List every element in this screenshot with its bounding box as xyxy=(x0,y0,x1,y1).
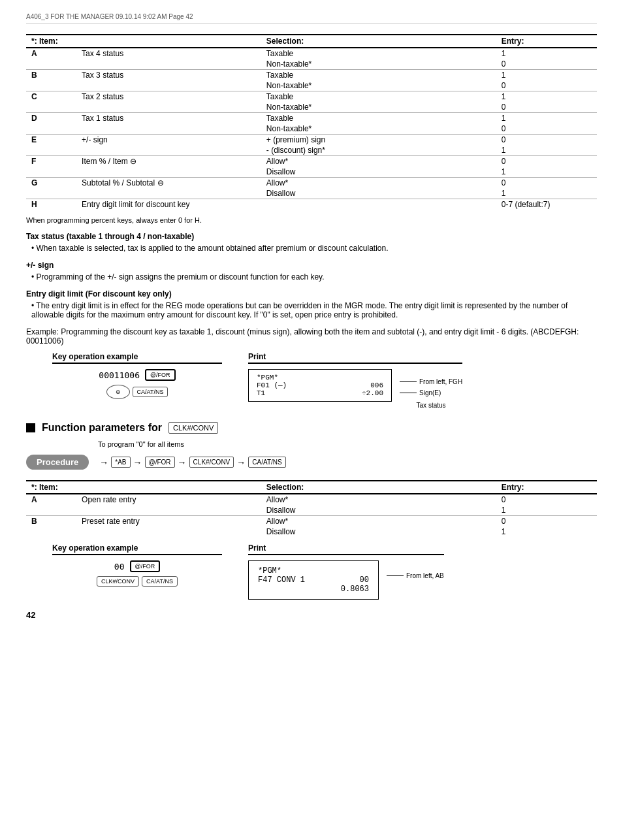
row-key xyxy=(26,80,76,91)
receipt2-line-2: F47 CONV 1 00 xyxy=(258,575,369,585)
procedure-wrap: To program "0" for all items Procedure →… xyxy=(26,440,597,470)
row-desc: Entry digit limit for discount key xyxy=(76,199,261,210)
key-ca-proc[interactable]: CA/AT/NS xyxy=(248,457,285,468)
row-key xyxy=(26,167,76,178)
th2-item: *: Item: xyxy=(26,481,76,494)
table2: *: Item: Selection: Entry: AOpen rate en… xyxy=(26,480,597,537)
row-key: C xyxy=(26,91,76,103)
step-flow: → *AB → @/FOR → CLK#/CONV → CA/AT/NS xyxy=(99,457,285,468)
row-key xyxy=(26,505,76,516)
key-op-content: 00011006 @/FOR ⊖ CA/AT/NS xyxy=(52,369,222,399)
row-sel: - (discount) sign* xyxy=(261,145,496,156)
func-params-header: Function parameters for CLK#/CONV xyxy=(26,422,597,434)
row-entry: 0-7 (default:7) xyxy=(496,199,597,210)
table1: *: Item: Selection: Entry: ATax 4 status… xyxy=(26,34,597,210)
table1-row: Non-taxable*0 xyxy=(26,80,597,91)
receipt: *PGM* F01 (—) 006 T1 ÷2.00 xyxy=(248,369,392,402)
row-key xyxy=(26,102,76,113)
row-sel: Non-taxable* xyxy=(261,80,496,91)
row-key: A xyxy=(26,48,76,59)
th2-desc xyxy=(76,481,261,494)
row-entry: 1 xyxy=(496,70,597,81)
arrow-2: → xyxy=(133,457,142,468)
key-row-2: ⊖ CA/AT/NS xyxy=(106,385,168,399)
receipt-line-3: T1 ÷2.00 xyxy=(257,389,383,397)
key-ab[interactable]: *AB xyxy=(111,457,130,468)
key-op-title: Key operation example xyxy=(52,352,222,364)
table2-row: Disallow1 xyxy=(26,526,597,537)
row-desc: +/- sign xyxy=(76,135,261,146)
proc-to-program: To program "0" for all items xyxy=(98,440,597,448)
annotation-fgh: From left, FGH xyxy=(400,378,462,385)
table1-row: - (discount) sign*1 xyxy=(26,145,597,156)
key-pgm-proc[interactable]: @/FOR xyxy=(145,457,175,468)
row-desc: Tax 4 status xyxy=(76,48,261,59)
row-entry: 1 xyxy=(496,48,597,59)
row-sel: Taxable xyxy=(261,70,496,81)
row-sel: Disallow xyxy=(261,188,496,199)
table1-row: GSubtotal % / Subtotal ⊖Allow*0 xyxy=(26,178,597,189)
key-clk2[interactable]: CLK#/CONV xyxy=(97,576,139,587)
page-header: A406_3 FOR THE MANAGER 09.10.14 9:02 AM … xyxy=(26,13,597,24)
row-sel: Allow* xyxy=(261,178,496,189)
row-sel: Allow* xyxy=(261,156,496,167)
row-sel: Allow* xyxy=(261,516,496,527)
row-entry: 0 xyxy=(496,178,597,189)
row-desc xyxy=(76,188,261,199)
key-sequence2: 00 xyxy=(114,562,125,572)
row-sel: Taxable xyxy=(261,113,496,124)
key-op-content2: 00 @/FOR CLK#/CONV CA/AT/NS xyxy=(52,560,222,587)
print-title: Print xyxy=(248,352,462,364)
row-key xyxy=(26,123,76,135)
key-op-box2: Key operation example 00 @/FOR CLK#/CONV… xyxy=(52,543,222,587)
table1-row: Non-taxable*0 xyxy=(26,59,597,70)
square-icon xyxy=(26,423,35,432)
annotation2-text: From left, AB xyxy=(406,572,444,579)
print-box: Print *PGM* F01 (—) 006 T1 ÷2.00 xyxy=(248,352,462,409)
section-title: Entry digit limit (For discount key only… xyxy=(26,289,597,299)
table1-row: ATax 4 statusTaxable1 xyxy=(26,48,597,59)
key-minus[interactable]: ⊖ xyxy=(106,385,130,399)
annotations: From left, FGH Sign(E) Tax status xyxy=(400,378,462,409)
row-key: G xyxy=(26,178,76,189)
section-body: • Programming of the +/- sign assigns th… xyxy=(31,272,597,282)
annotation-fgh-text: From left, FGH xyxy=(419,378,462,385)
section-body: • When taxable is selected, tax is appli… xyxy=(31,244,597,253)
row-entry: 1 xyxy=(496,526,597,537)
func-params-title: Function parameters for xyxy=(42,422,162,434)
annotation2: From left, AB xyxy=(387,572,444,579)
table1-row: Non-taxable*0 xyxy=(26,123,597,135)
th-item: *: Item: xyxy=(26,35,76,48)
clk-conv-key[interactable]: CLK#/CONV xyxy=(168,422,218,434)
row-desc xyxy=(76,145,261,156)
annotation-tax: Tax status xyxy=(400,402,462,409)
key-ca2[interactable]: CA/AT/NS xyxy=(142,576,178,587)
table1-row: DTax 1 statusTaxable1 xyxy=(26,113,597,124)
row-key: B xyxy=(26,70,76,81)
row-desc xyxy=(76,59,261,70)
table1-row: HEntry digit limit for discount key0-7 (… xyxy=(26,199,597,210)
key-ca[interactable]: CA/AT/NS xyxy=(133,387,168,397)
example2-op-print: Key operation example 00 @/FOR CLK#/CONV… xyxy=(52,543,597,600)
row-sel: Non-taxable* xyxy=(261,59,496,70)
table1-row: Disallow1 xyxy=(26,188,597,199)
key-op-title2: Key operation example xyxy=(52,543,222,555)
key-sequence: 00011006 xyxy=(99,370,140,380)
example-text: Example: Programming the discount key as… xyxy=(26,327,597,346)
table2-row: BPreset rate entryAllow*0 xyxy=(26,516,597,527)
procedure-label: Procedure xyxy=(26,455,89,470)
table1-row: FItem % / Item ⊖Allow*0 xyxy=(26,156,597,167)
key-clk-proc[interactable]: CLK#/CONV xyxy=(189,457,234,468)
th2-sel: Selection: xyxy=(261,481,496,494)
key-pgm2[interactable]: @/FOR xyxy=(130,560,161,572)
row-sel: Disallow xyxy=(261,167,496,178)
table1-row: Non-taxable*0 xyxy=(26,102,597,113)
row-sel: Disallow xyxy=(261,505,496,516)
row-entry: 0 xyxy=(496,156,597,167)
section-title: Tax status (taxable 1 through 4 / non-ta… xyxy=(26,232,597,241)
row-key: B xyxy=(26,516,76,527)
row-entry: 0 xyxy=(496,135,597,146)
row-desc xyxy=(76,526,261,537)
key-pgm[interactable]: @/FOR xyxy=(145,369,176,381)
key-row2-2: CLK#/CONV CA/AT/NS xyxy=(97,576,178,587)
